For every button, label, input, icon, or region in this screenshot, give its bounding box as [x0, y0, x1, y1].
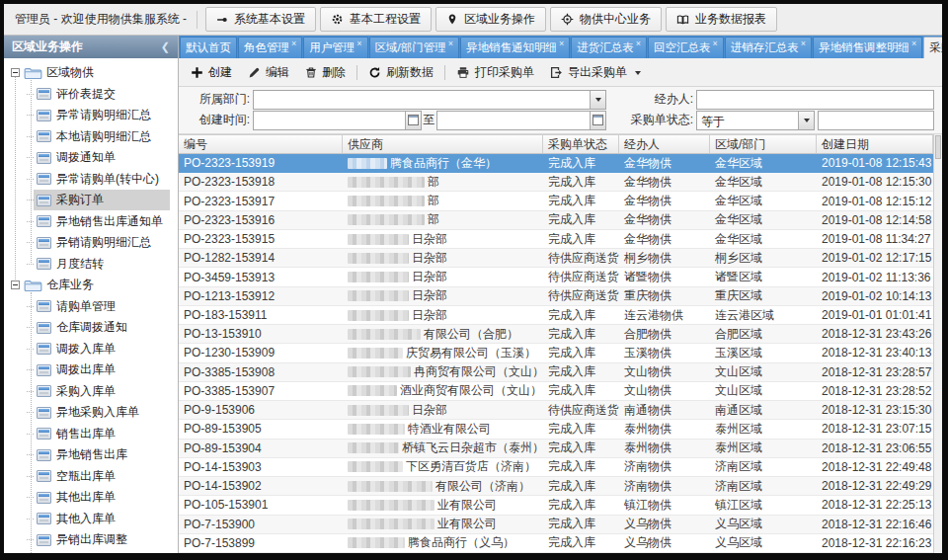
tab-item[interactable]: 回空汇总表×	[648, 37, 724, 58]
table-row[interactable]: PO-89-153904桥镇飞云日杂超市（泰州）完成入库泰州物供泰州区域2018…	[179, 440, 933, 458]
column-header[interactable]: 供应商	[343, 135, 543, 153]
tree-folder[interactable]: 仓库业务	[4, 275, 178, 296]
collapse-expander-icon[interactable]	[11, 280, 20, 289]
edit-button[interactable]: 编辑	[240, 60, 297, 84]
tab-item[interactable]: 默认首页	[180, 37, 237, 58]
tree-item[interactable]: 调拨入库单	[4, 339, 178, 360]
tree-item[interactable]: 本地请购明细汇总	[4, 126, 178, 148]
tree-item[interactable]: 异销出库调整	[4, 529, 178, 551]
tree-item[interactable]: 仓库调拨通知	[4, 317, 178, 339]
table-row[interactable]: PO-13-153910有限公司（合肥）完成入库合肥物供合肥区域2018-12-…	[179, 325, 933, 344]
tab-item[interactable]: 异地销售调整明细×	[813, 37, 922, 58]
topbar-menu-system-basic-settings[interactable]: 系统基本设置	[205, 7, 316, 32]
create-button[interactable]: 创建	[183, 60, 240, 84]
tree-item[interactable]: 请购单管理	[4, 296, 178, 318]
topbar-menu-regional-business-ops[interactable]: 区域业务操作	[435, 7, 546, 32]
table-row[interactable]: PO-14-153902有限公司（济南）完成入库济南物供济南区域2018-12-…	[179, 477, 933, 496]
cell-created-date: 2019-01-08 12:15:30	[817, 175, 933, 189]
close-icon[interactable]: ×	[291, 39, 296, 48]
cell-region: 金华区域	[710, 231, 817, 248]
tab-item[interactable]: 角色管理×	[238, 37, 302, 58]
tab-item[interactable]: 区域/部门管理×	[369, 37, 459, 58]
close-icon[interactable]: ×	[356, 39, 361, 48]
chevron-down-icon[interactable]	[798, 112, 814, 129]
tree-item[interactable]: 调拨出库单	[4, 360, 178, 381]
close-icon[interactable]: ×	[713, 39, 718, 48]
supplier-text: 部	[428, 174, 439, 191]
tree-item[interactable]: 异地销售出库	[4, 444, 178, 466]
tree-item[interactable]: 采购入库单	[4, 381, 178, 403]
tree-item[interactable]: 调拨通知单	[4, 147, 178, 169]
tab-item[interactable]: 进货汇总表×	[571, 37, 647, 58]
operator-input[interactable]	[696, 90, 934, 110]
tree-folder[interactable]: 区域物供	[4, 62, 178, 84]
export-po-button[interactable]: 导出采购单	[542, 60, 649, 84]
sidebar-collapse-icon[interactable]: ❮	[161, 40, 170, 53]
topbar-menu-business-data-reports[interactable]: 业务数据报表	[666, 7, 777, 32]
table-row[interactable]: PO-9-153906日杂部待供应商送货南通物供南通区域2018-12-31 2…	[179, 401, 933, 420]
tab-label: 用户管理	[309, 40, 355, 55]
tree-item[interactable]: 其他入库单	[4, 509, 178, 530]
table-row[interactable]: PO-3385-153908冉商贸有限公司（文山）完成入库文山物供文山区域201…	[179, 363, 933, 382]
close-icon[interactable]: ×	[559, 39, 564, 48]
tree-item[interactable]: 异常请购明细汇总	[4, 105, 178, 126]
table-row[interactable]: PO-1213-153912日杂部待供应商送货重庆物供重庆区域2019-01-0…	[179, 287, 933, 306]
topbar-menu-supply-center-business[interactable]: 物供中心业务	[550, 7, 662, 32]
column-header[interactable]: 创建日期	[817, 135, 933, 153]
date-to-input[interactable]	[436, 111, 606, 130]
close-icon[interactable]: ×	[911, 39, 916, 48]
cell-supplier: 业有限公司	[343, 516, 543, 532]
table-row[interactable]: PO-2323-153916部完成入库金华物供金华区域2019-01-08 12…	[179, 211, 933, 230]
status-operator-select[interactable]: 等于	[696, 111, 815, 130]
calendar-icon[interactable]	[405, 112, 421, 129]
collapse-expander-icon[interactable]	[11, 68, 20, 77]
tree-item[interactable]: 评价表提交	[4, 84, 178, 106]
delete-button[interactable]: 删除	[297, 60, 354, 84]
column-header[interactable]: 经办人	[619, 135, 710, 153]
vertical-scrollbar[interactable]	[933, 134, 942, 553]
table-row[interactable]: PO-2323-153915日杂部完成入库金华物供金华区域2019-01-08 …	[179, 230, 933, 249]
table-row[interactable]: PO-3459-153913日杂部待供应商送货诸暨物供诸暨区域2019-01-0…	[179, 268, 933, 286]
status-value-input[interactable]	[818, 111, 934, 130]
table-header: 编号供应商采购单状态经办人区域/部门创建日期	[179, 134, 933, 154]
tree-item[interactable]: 异地销售出库通知单	[4, 211, 178, 233]
calendar-icon[interactable]	[590, 112, 605, 129]
tree-item[interactable]: 其他出库单	[4, 487, 178, 509]
tab-item[interactable]: 用户管理×	[303, 37, 367, 58]
table-row[interactable]: PO-2323-153917部完成入库金华物供金华区域2019-01-08 12…	[179, 192, 933, 210]
chevron-down-icon[interactable]	[590, 91, 605, 109]
date-from-input[interactable]	[253, 111, 422, 130]
close-icon[interactable]: ×	[801, 39, 806, 48]
tab-item[interactable]: 进销存汇总表×	[725, 37, 812, 58]
table-row[interactable]: PO-14-153903下区勇清百货店（济南）完成入库济南物供济南区域2018-…	[179, 458, 933, 477]
table-row-selected[interactable]: PO-2323-153919腾食品商行（金华）完成入库金华物供金华区域2019-…	[179, 154, 933, 173]
table-row[interactable]: PO-2323-153918部完成入库金华物供金华区域2019-01-08 12…	[179, 173, 933, 192]
tree-item[interactable]: 销售出库单	[4, 424, 178, 445]
scrollbar-thumb[interactable]	[935, 135, 941, 159]
tab-active[interactable]: 采购订单×	[923, 37, 942, 58]
tree-item[interactable]: 异常请购单(转中心)	[4, 169, 178, 191]
column-header[interactable]: 编号	[179, 135, 343, 153]
topbar-menu-basic-project-settings[interactable]: 基本工程设置	[320, 7, 432, 32]
table-row[interactable]: PO-1282-153914日杂部待供应商送货桐乡物供桐乡区域2019-01-0…	[179, 249, 933, 268]
table-row[interactable]: PO-105-153901业有限公司完成入库镇江物供镇江区域2018-12-31…	[179, 496, 933, 515]
table-row[interactable]: PO-183-153911日杂部完成入库连云港物供连云港区域2019-01-01…	[179, 306, 933, 325]
column-header[interactable]: 采购单状态	[543, 135, 619, 153]
tree-item[interactable]: 月度结转	[4, 254, 178, 276]
table-row[interactable]: PO-7-153899腾食品商行（义乌）完成入库义乌物供义乌区域2018-12-…	[179, 534, 933, 553]
table-row[interactable]: PO-1230-153909庆贸易有限公司（玉溪）完成入库玉溪物供玉溪区域201…	[179, 344, 933, 362]
tab-item[interactable]: 异地销售通知明细×	[460, 37, 570, 58]
table-row[interactable]: PO-7-153900业有限公司完成入库义乌物供义乌区域2018-12-31 2…	[179, 516, 933, 534]
print-po-button[interactable]: 打印采购单	[448, 60, 542, 84]
table-row[interactable]: PO-89-153905特酒业有限公司完成入库泰州物供泰州区域2018-12-3…	[179, 420, 933, 439]
close-icon[interactable]: ×	[448, 39, 453, 48]
column-header[interactable]: 区域/部门	[710, 135, 817, 153]
tree-item[interactable]: 空瓶出库单	[4, 466, 178, 488]
department-select[interactable]	[253, 90, 606, 110]
table-row[interactable]: PO-3385-153907酒业商贸有限公司（文山）完成入库文山物供文山区域20…	[179, 382, 933, 401]
tree-item[interactable]: 异地采购入库单	[4, 402, 178, 424]
tree-item[interactable]: 异销请购明细汇总	[4, 232, 178, 254]
tree-item[interactable]: 采购订单	[4, 190, 178, 211]
close-icon[interactable]: ×	[636, 39, 641, 48]
refresh-button[interactable]: 刷新数据	[360, 60, 441, 84]
